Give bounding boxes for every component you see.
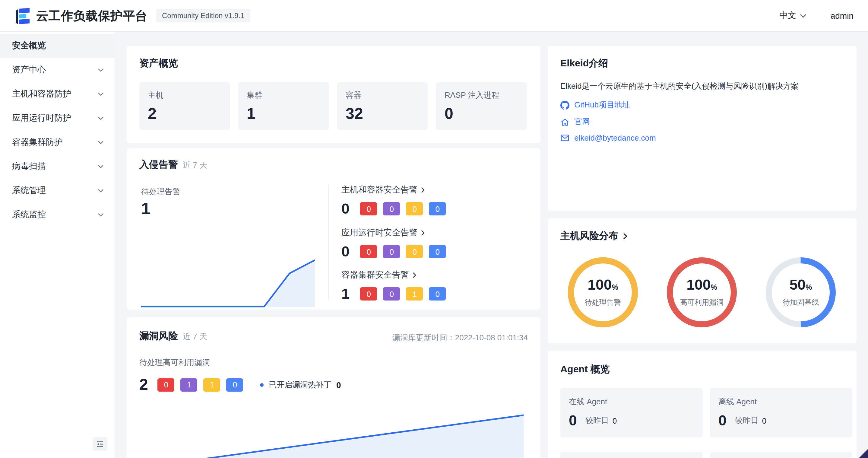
stat-label: 集群 xyxy=(247,90,320,101)
hotpatch-value: 0 xyxy=(336,380,341,390)
chevron-down-icon xyxy=(800,13,806,18)
email-link-label: elkeid@bytedance.com xyxy=(574,133,656,143)
pending-vuln-label: 待处理高可利用漏洞 xyxy=(140,357,210,368)
badge-medium: 1 xyxy=(204,378,220,391)
intrusion-title: 入侵告警 近 7 天 xyxy=(140,159,207,172)
elkeid-intro-card: Elkeid介绍 Elkeid是一个云原生的基于主机的安全(入侵检测与风险识别)… xyxy=(548,46,857,211)
ring-label: 高可利用漏洞 xyxy=(680,297,723,307)
alert-group-badges: 0 0 0 0 0 xyxy=(341,243,446,260)
agent-stat-value: 0 xyxy=(718,412,726,429)
ring-baseline-hardening: 50% 待加固基线 xyxy=(766,257,836,328)
alert-group-link[interactable]: 容器集群安全告警 xyxy=(341,270,446,281)
hotpatch-dot-icon xyxy=(260,383,264,387)
stat-value: 2 xyxy=(148,104,221,123)
email-link[interactable]: elkeid@bytedance.com xyxy=(560,133,656,143)
chevron-right-icon xyxy=(412,272,416,278)
sidebar-collapse-button[interactable] xyxy=(93,437,107,451)
header-right: 中文 admin xyxy=(779,10,854,21)
badge-high: 0 xyxy=(383,245,400,258)
website-link-label: 官网 xyxy=(574,117,590,127)
ring-percent: 50 xyxy=(789,276,806,293)
sidebar-item-cluster-protection[interactable]: 容器集群防护 xyxy=(0,130,115,154)
agent-box-partial xyxy=(560,452,703,458)
vuln-chart-area xyxy=(140,415,524,458)
user-menu[interactable]: admin xyxy=(831,11,854,21)
chevron-down-icon xyxy=(98,189,104,192)
alert-group-link[interactable]: 应用运行时安全告警 xyxy=(341,227,446,238)
sidebar-item-app-runtime-protection[interactable]: 应用运行时防护 xyxy=(0,106,115,130)
alert-group-cluster: 容器集群安全告警 1 0 0 1 0 xyxy=(341,270,446,302)
sidebar-item-security-overview[interactable]: 安全概览 xyxy=(0,34,115,58)
agent-stat-value: 0 xyxy=(569,412,577,429)
agent-stat-label: 在线 Agent xyxy=(569,396,694,407)
alert-group-runtime: 应用运行时安全告警 0 0 0 0 0 xyxy=(341,227,446,260)
sidebar-item-label: 应用运行时防护 xyxy=(12,113,71,124)
badge-medium: 0 xyxy=(406,245,423,258)
ring-label: 待加固基线 xyxy=(783,297,819,307)
ring-percent-unit: % xyxy=(612,283,618,291)
badge-critical: 0 xyxy=(361,202,377,215)
asset-stats: 主机 2 集群 1 容器 32 RASP 注入进程 0 xyxy=(140,82,527,130)
alert-total: 0 xyxy=(341,200,349,217)
stat-label: RASP 注入进程 xyxy=(444,90,518,101)
vulnerability-subtitle: 近 7 天 xyxy=(183,331,207,342)
floating-corner-widget[interactable] xyxy=(859,449,868,458)
agent-stats-row: 在线 Agent 0 较昨日 0 离线 Agent 0 较昨日 0 xyxy=(560,388,852,437)
sidebar-item-system-management[interactable]: 系统管理 xyxy=(0,179,115,203)
language-switcher[interactable]: 中文 xyxy=(779,10,806,21)
badge-critical: 0 xyxy=(158,378,175,391)
website-link[interactable]: 官网 xyxy=(560,117,590,127)
stat-value: 0 xyxy=(444,104,518,123)
intrusion-chart-area xyxy=(141,260,315,307)
sidebar-item-label: 资产中心 xyxy=(12,65,46,75)
pending-alerts-label: 待处理告警 xyxy=(141,186,180,197)
stat-rasp-processes: RASP 注入进程 0 xyxy=(436,82,527,130)
host-risk-title-link[interactable]: 主机风险分布 xyxy=(560,230,627,243)
ring-label: 待处理告警 xyxy=(585,297,621,307)
host-risk-card: 主机风险分布 100% 待处理告警 xyxy=(548,218,857,343)
github-link[interactable]: GitHub项目地址 xyxy=(560,99,630,111)
sidebar-item-label: 系统监控 xyxy=(12,209,46,220)
home-icon xyxy=(560,117,569,126)
app-window: 云工作负载保护平台 Community Edition v1.9.1 中文 ad… xyxy=(0,0,868,458)
badge-high: 0 xyxy=(383,287,400,301)
asset-overview-title: 资产概览 xyxy=(140,57,178,70)
hotpatch-label: 已开启漏洞热补丁 xyxy=(269,379,332,390)
sidebar-item-virus-scan[interactable]: 病毒扫描 xyxy=(0,154,115,179)
ring-percent: 100 xyxy=(588,276,612,293)
badge-medium: 1 xyxy=(406,287,423,301)
badge-critical: 0 xyxy=(361,287,377,301)
top-header: 云工作负载保护平台 Community Edition v1.9.1 中文 ad… xyxy=(0,0,868,32)
sidebar-item-system-monitor[interactable]: 系统监控 xyxy=(0,203,115,227)
pending-alerts-value: 1 xyxy=(141,199,151,218)
ring-center: 100% 高可利用漏洞 xyxy=(666,257,737,328)
badge-critical: 0 xyxy=(361,245,377,258)
github-link-label: GitHub项目地址 xyxy=(574,99,630,111)
agent-box-partial xyxy=(710,452,852,458)
stat-clusters: 集群 1 xyxy=(238,82,329,130)
alert-group-label: 容器集群安全告警 xyxy=(341,270,409,281)
ring-percent-unit: % xyxy=(806,283,812,291)
intrusion-subtitle: 近 7 天 xyxy=(183,160,207,171)
stat-hosts: 主机 2 xyxy=(140,82,230,130)
alert-total: 1 xyxy=(341,285,349,302)
sidebar: 安全概览 资产中心 主机和容器防护 应用运行时防护 容器集群防护 病毒扫描 系统… xyxy=(0,32,115,458)
agent-delta-value: 0 xyxy=(762,416,766,425)
ring-pending-alerts: 100% 待处理告警 xyxy=(568,257,638,328)
chevron-down-icon xyxy=(98,117,104,120)
sidebar-item-host-container-protection[interactable]: 主机和容器防护 xyxy=(0,82,115,106)
sidebar-item-label: 系统管理 xyxy=(12,185,46,196)
sidebar-item-asset-center[interactable]: 资产中心 xyxy=(0,58,115,82)
elkeid-intro-title: Elkeid介绍 xyxy=(560,57,608,70)
alert-group-link[interactable]: 主机和容器安全告警 xyxy=(341,185,446,195)
sidebar-item-label: 安全概览 xyxy=(12,40,46,51)
sidebar-item-label: 容器集群防护 xyxy=(12,137,63,148)
sidebar-item-label: 主机和容器防护 xyxy=(12,89,71,99)
chevron-right-icon xyxy=(421,230,425,236)
chevron-right-icon xyxy=(421,187,425,193)
divider xyxy=(328,185,329,300)
main-content: 资产概览 主机 2 集群 1 容器 32 RASP 注入进程 0 xyxy=(115,32,868,458)
agent-overview-title: Agent 概览 xyxy=(560,363,610,376)
online-agent-box: 在线 Agent 0 较昨日 0 xyxy=(560,388,703,437)
agent-stats-row-2 xyxy=(560,452,852,458)
